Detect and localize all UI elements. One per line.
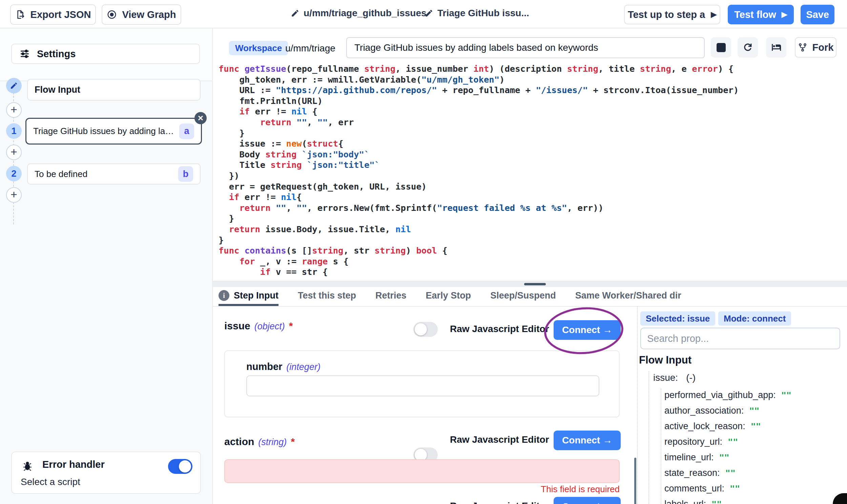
tree-prop-comments_url[interactable]: comments_url:"" — [664, 481, 847, 496]
tree-root-issue[interactable]: issue: (-) — [653, 372, 695, 383]
required-asterisk: * — [296, 502, 300, 504]
tree-prop-active_lock_reason[interactable]: active_lock_reason:"" — [664, 418, 847, 434]
view-graph-button[interactable]: View Graph — [102, 4, 181, 25]
script-path[interactable]: u/mm/triage — [285, 43, 335, 54]
action-connect-button[interactable]: Connect → — [554, 431, 621, 450]
fork-button[interactable]: Fork — [795, 37, 836, 57]
test-flow-button[interactable]: Test flow — [728, 5, 794, 24]
sender-connect-button[interactable]: Connect → — [554, 497, 621, 504]
tree-prop-list: performed_via_github_app:""author_associ… — [664, 387, 847, 504]
workspace-badge: Workspace — [229, 41, 288, 55]
add-step-button-2[interactable] — [6, 145, 22, 160]
sidebar-settings-section: Settings — [0, 29, 212, 81]
horizontal-scrollbar-thumb[interactable] — [524, 283, 546, 285]
test-up-to-step-button[interactable]: Test up to step a — [624, 5, 720, 24]
tab-label: Sleep/Suspend — [490, 290, 556, 301]
code-line: gh_token, err := wmill.GetVariable("u/mm… — [219, 74, 847, 85]
view-graph-label: View Graph — [122, 9, 176, 20]
field-name: action — [224, 436, 254, 448]
add-step-button-1[interactable] — [6, 102, 22, 118]
tab-early-stop[interactable]: Early Stop — [426, 287, 471, 306]
tab-label: Same Worker/Shared dir — [575, 290, 681, 301]
step-1-node-selected[interactable]: Triage GitHub issues by adding labels ..… — [25, 118, 202, 145]
tree-prop-state_reason[interactable]: state_reason:"" — [664, 465, 847, 481]
vertical-scrollbar-thumb[interactable] — [634, 457, 636, 504]
flow-input-node[interactable]: Flow Input — [27, 79, 201, 101]
tree-key: repository_url: — [664, 437, 722, 447]
flow-path-breadcrumb[interactable]: u/mm/triage_github_issues — [291, 8, 427, 19]
tree-prop-labels_url[interactable]: labels_url:"" — [664, 496, 847, 504]
settings-button[interactable]: Settings — [11, 44, 200, 64]
code-content: func getIssue(repo_fullname string, issu… — [213, 61, 847, 277]
issue-raw-js-toggle[interactable] — [413, 322, 438, 337]
bug-icon — [21, 460, 34, 472]
summary-input[interactable] — [346, 37, 705, 58]
step-2-node[interactable]: To be defined b — [27, 163, 201, 184]
tab-test-this-step[interactable]: Test this step — [298, 287, 356, 306]
code-line: for _, v := range s { — [219, 256, 847, 267]
tree-key: performed_via_github_app: — [664, 390, 776, 400]
tree-value: "" — [728, 437, 738, 447]
step-input-form: issue (object) * Raw Javascript Editor C… — [213, 307, 637, 504]
step-config-tabs: Step InputTest this stepRetriesEarly Sto… — [213, 287, 847, 307]
main-editor-area: Workspace u/mm/triage Fork func getIssue… — [213, 29, 847, 504]
code-line: if v == str { — [219, 267, 847, 277]
pencil-icon — [425, 9, 433, 18]
save-button[interactable]: Save — [800, 5, 834, 24]
step-1-number: 1 — [6, 123, 22, 139]
connect-label: Connect → — [562, 325, 612, 336]
error-handler-title: Error handler — [42, 459, 105, 470]
tab-label: Test this step — [298, 290, 356, 301]
selected-badge-label: Selected: issue — [646, 313, 710, 324]
code-line: issue := new(struct{ — [219, 139, 847, 149]
sender-raw-js-label: Raw Javascript Editor — [450, 501, 549, 504]
top-header: Export JSON View Graph u/mm/triage_githu… — [0, 0, 847, 29]
tree-prop-author_association[interactable]: author_association:"" — [664, 403, 847, 418]
field-name: sender — [224, 502, 258, 504]
code-line: URL := "https://api.github.com/repos/" +… — [219, 85, 847, 96]
fork-label: Fork — [812, 42, 834, 53]
action-input-invalid[interactable] — [224, 459, 620, 483]
tree-value: "" — [730, 484, 740, 493]
step-1-number-label: 1 — [11, 126, 16, 137]
sleep-button[interactable] — [766, 37, 786, 57]
tree-prop-timeline_url[interactable]: timeline_url:"" — [664, 450, 847, 465]
tree-key: active_lock_reason: — [664, 421, 745, 432]
tab-same-worker-shared-dir[interactable]: Same Worker/Shared dir — [575, 287, 681, 306]
flow-input-node-label: Flow Input — [35, 85, 193, 95]
error-handler-select-script[interactable]: Select a script — [21, 476, 80, 487]
reload-button[interactable] — [738, 37, 758, 57]
flow-input-heading: Flow Input — [639, 354, 691, 366]
tab-sleep-suspend[interactable]: Sleep/Suspend — [490, 287, 556, 306]
refresh-icon — [742, 42, 753, 53]
add-step-button-3[interactable] — [6, 187, 22, 203]
sliders-icon — [19, 49, 30, 59]
mode-badge-label: Mode: connect — [724, 313, 786, 324]
tree-prop-repository_url[interactable]: repository_url:"" — [664, 434, 847, 450]
field-type: (object) — [255, 321, 285, 332]
remove-step-1-button[interactable] — [194, 112, 207, 124]
tab-label: Step Input — [234, 290, 278, 301]
flow-input-node-icon[interactable] — [6, 78, 22, 93]
issue-connect-button[interactable]: Connect → — [554, 320, 621, 340]
code-editor[interactable]: func getIssue(repo_fullname string, issu… — [213, 61, 847, 281]
field-name: issue — [224, 320, 250, 332]
issue-object-card: number (integer) — [224, 350, 620, 417]
flow-sidebar: Settings Flow Input 1 Triage GitHub issu… — [0, 29, 213, 504]
number-input[interactable] — [246, 375, 599, 396]
tree-prop-performed_via_github_app[interactable]: performed_via_github_app:"" — [664, 387, 847, 403]
bed-icon — [771, 42, 782, 53]
field-type: (string) — [258, 437, 287, 448]
test-flow-label: Test flow — [734, 9, 776, 20]
stop-button[interactable] — [711, 37, 731, 57]
selected-badge: Selected: issue — [640, 311, 715, 326]
search-prop-input[interactable] — [640, 328, 840, 349]
code-line: fmt.Println(URL) — [219, 96, 847, 107]
flow-summary-breadcrumb[interactable]: Triage GitHub issu... — [425, 8, 529, 19]
tab-retries[interactable]: Retries — [375, 287, 407, 306]
tree-value: "" — [711, 499, 722, 504]
error-handler-toggle[interactable] — [168, 459, 192, 474]
tab-step-input[interactable]: Step Input — [219, 287, 278, 306]
code-line: } — [219, 128, 847, 139]
export-json-button[interactable]: Export JSON — [10, 4, 96, 25]
